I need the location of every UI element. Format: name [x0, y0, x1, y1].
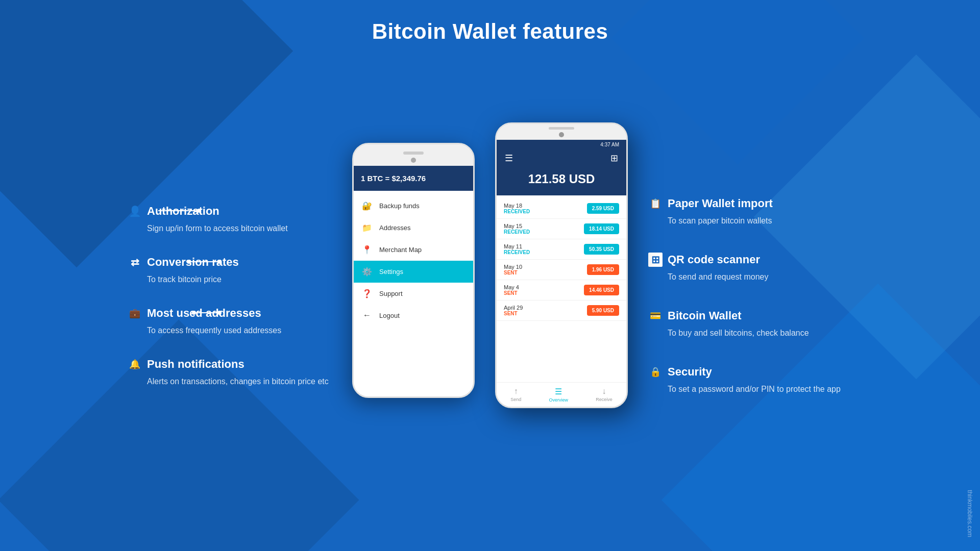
status-bar: 4:37 AM: [497, 140, 626, 147]
feature-security: 🔒 Security To set a password and/or PIN …: [648, 365, 852, 395]
features-left: Authorization Sign up/in form to access …: [128, 204, 342, 388]
feature-authorization-desc: Sign up/in form to access bitcoin wallet: [128, 222, 332, 235]
feature-qr-desc: To send and request money: [648, 271, 852, 283]
balance-display: 121.58 USD: [497, 172, 626, 195]
menu-item-settings[interactable]: ⚙️ Settings: [354, 261, 473, 283]
tx-item-0: May 18 RECEIVED 2.59 USD: [497, 198, 626, 219]
nav-send[interactable]: ↑ Send: [510, 387, 521, 403]
tx-item-2: May 11 RECEIVED 50.35 USD: [497, 239, 626, 260]
menu-logout-label: Logout: [379, 312, 400, 319]
phones-container: 1 BTC = $2,349.76 🔐 Backup funds 📁 Addre…: [342, 122, 638, 480]
feature-security-desc: To set a password and/or PIN to protect …: [648, 383, 852, 395]
phone-front: 4:37 AM ☰ ⊞ 121.58 USD May 18 RECEIV: [495, 122, 628, 408]
tx-type-0: RECEIVED: [504, 209, 530, 214]
feature-most-used-addresses: 💼 Most used addresses To access frequent…: [128, 306, 332, 337]
tx-type-1: RECEIVED: [504, 229, 530, 235]
tx-item-3: May 10 SENT 1.96 USD: [497, 260, 626, 280]
svg-point-1: [197, 209, 201, 213]
tx-date-0: May 18: [504, 203, 530, 209]
qr-header-icon[interactable]: ⊞: [610, 153, 618, 164]
send-icon: ↑: [514, 387, 518, 396]
feature-paper-desc: To scan paper bitcoin wallets: [648, 215, 852, 227]
svg-point-4: [217, 260, 222, 264]
feature-conversion-rates: ⇄ Conversion rates To track bitcoin pric…: [128, 255, 332, 286]
overview-icon: ☰: [555, 387, 562, 396]
svg-point-7: [217, 311, 222, 315]
tx-amount-5: 5.90 USD: [587, 305, 619, 316]
lock-icon: 🔒: [648, 365, 663, 379]
menu-settings-label: Settings: [379, 268, 403, 276]
backup-icon: 🔐: [362, 201, 372, 211]
menu-item-merchant[interactable]: 📍 Merchant Map: [354, 239, 473, 261]
watermark: thinkmobiles.com: [966, 490, 973, 537]
nav-overview-label: Overview: [549, 397, 569, 403]
tx-date-3: May 10: [504, 264, 522, 270]
balance-amount: 121.58 USD: [528, 172, 595, 186]
phone-header: ☰ ⊞: [497, 147, 626, 172]
menu-item-backup[interactable]: 🔐 Backup funds: [354, 195, 473, 217]
feature-paper-wallet: 📋 Paper Wallet import To scan paper bitc…: [648, 196, 852, 227]
feature-paper-title: Paper Wallet import: [668, 197, 773, 210]
menu-item-addresses[interactable]: 📁 Addresses: [354, 217, 473, 239]
support-icon: ❓: [362, 289, 372, 298]
menu-backup-label: Backup funds: [379, 202, 420, 210]
tx-amount-1: 18.14 USD: [584, 223, 619, 234]
menu-merchant-label: Merchant Map: [379, 246, 422, 254]
feature-conversion-desc: To track bitcoin price: [128, 273, 332, 286]
wallet-icon: 💼: [128, 306, 142, 320]
logout-icon: ←: [362, 311, 372, 320]
tx-type-3: SENT: [504, 270, 522, 276]
feature-notifications-title: Push notifications: [147, 358, 244, 371]
feature-bitcoin-wallet: 💳 Bitcoin Wallet To buy and sell bitcoin…: [648, 309, 852, 339]
nav-receive[interactable]: ↓ Receive: [596, 387, 612, 403]
merchant-icon: 📍: [362, 245, 372, 255]
tx-amount-4: 14.46 USD: [584, 285, 619, 295]
nav-receive-label: Receive: [596, 397, 612, 402]
tx-date-4: May 4: [504, 284, 519, 290]
bottom-nav: ↑ Send ☰ Overview ↓ Receive: [497, 382, 626, 407]
transactions-list: May 18 RECEIVED 2.59 USD May 15 RECEIVED…: [497, 195, 626, 382]
feature-bitcoin-desc: To buy and sell bitcoins, check balance: [648, 327, 852, 339]
menu-support-label: Support: [379, 290, 403, 297]
feature-security-title: Security: [668, 365, 712, 379]
qr-scan-icon: ⊞: [648, 253, 663, 267]
btc-wallet-icon: 💳: [648, 309, 663, 323]
menu-addresses-label: Addresses: [379, 224, 410, 232]
hamburger-icon[interactable]: ☰: [505, 153, 513, 164]
tx-amount-2: 50.35 USD: [584, 244, 619, 255]
status-time: 4:37 AM: [600, 142, 619, 147]
svg-point-6: [192, 311, 196, 315]
tx-date-2: May 11: [504, 243, 530, 249]
tx-type-2: RECEIVED: [504, 249, 530, 255]
menu-item-logout[interactable]: ← Logout: [354, 305, 473, 326]
settings-icon: ⚙️: [362, 267, 372, 277]
feature-qr-code: ⊞ QR code scanner To send and request mo…: [648, 253, 852, 283]
tx-item-1: May 15 RECEIVED 18.14 USD: [497, 219, 626, 239]
menu-item-support[interactable]: ❓ Support: [354, 283, 473, 305]
bell-icon: 🔔: [128, 357, 142, 371]
feature-notifications-desc: Alerts on transactions, changes in bitco…: [128, 375, 332, 388]
nav-overview[interactable]: ☰ Overview: [549, 387, 569, 403]
menu-list: 🔐 Backup funds 📁 Addresses 📍 Merchant Ma…: [354, 191, 473, 330]
paper-import-icon: 📋: [648, 196, 663, 211]
feature-addresses-desc: To access frequently used addresses: [128, 324, 332, 337]
receive-icon: ↓: [602, 387, 606, 396]
tx-date-1: May 15: [504, 223, 530, 229]
nav-send-label: Send: [510, 397, 521, 402]
tx-amount-3: 1.96 USD: [587, 264, 619, 275]
tx-date-5: April 29: [504, 305, 523, 311]
arrows-icon: ⇄: [128, 255, 142, 269]
tx-item-4: May 4 SENT 14.46 USD: [497, 280, 626, 300]
tx-amount-0: 2.59 USD: [587, 203, 619, 214]
feature-push-notifications: 🔔 Push notifications Alerts on transacti…: [128, 357, 332, 388]
feature-qr-title: QR code scanner: [668, 253, 760, 266]
phone-back: 1 BTC = $2,349.76 🔐 Backup funds 📁 Addre…: [352, 143, 475, 398]
addresses-icon: 📁: [362, 223, 372, 233]
features-right: 📋 Paper Wallet import To scan paper bitc…: [638, 196, 852, 395]
tx-type-4: SENT: [504, 290, 519, 296]
feature-bitcoin-title: Bitcoin Wallet: [668, 309, 742, 322]
page-title: Bitcoin Wallet features: [0, 0, 980, 44]
tx-item-5: April 29 SENT 5.90 USD: [497, 300, 626, 321]
btc-rate: 1 BTC = $2,349.76: [354, 166, 473, 191]
tx-type-5: SENT: [504, 311, 523, 316]
